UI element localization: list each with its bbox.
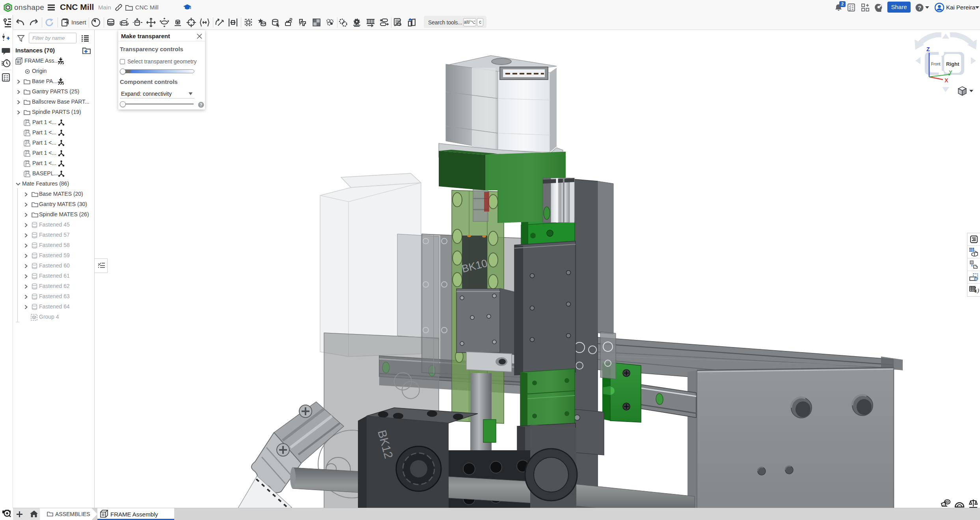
svg-text:X: X xyxy=(945,77,948,84)
svg-text:Right: Right xyxy=(946,61,960,67)
svg-text:Front: Front xyxy=(931,62,941,66)
svg-text:Z: Z xyxy=(926,46,930,52)
svg-text:?: ? xyxy=(918,5,922,11)
svg-text:?: ? xyxy=(200,102,203,107)
